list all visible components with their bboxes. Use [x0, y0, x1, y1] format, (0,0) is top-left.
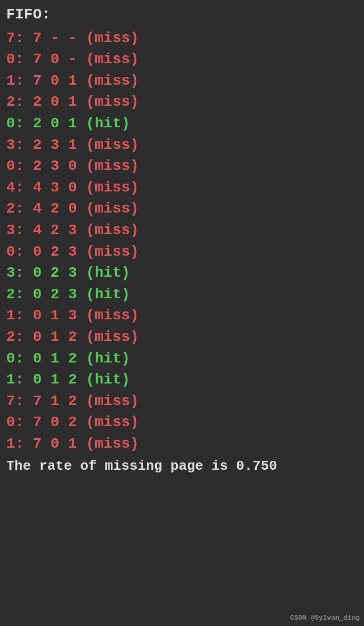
table-row: 0: 2 0 1 (hit): [6, 113, 358, 135]
table-row: 0: 0 2 3 (miss): [6, 241, 358, 263]
table-row: 0: 0 1 2 (hit): [6, 348, 358, 370]
entries-container: 7: 7 - - (miss)0: 7 0 - (miss)1: 7 0 1 (…: [6, 28, 358, 455]
table-row: 1: 7 0 1 (miss): [6, 433, 358, 455]
table-row: 7: 7 - - (miss): [6, 28, 358, 49]
table-row: 0: 7 0 - (miss): [6, 49, 358, 70]
title-text: FIFO:: [6, 6, 50, 23]
table-row: 0: 2 3 0 (miss): [6, 156, 358, 177]
table-row: 2: 2 0 1 (miss): [6, 92, 358, 113]
table-row: 3: 2 3 1 (miss): [6, 135, 358, 156]
table-row: 2: 0 2 3 (hit): [6, 284, 358, 306]
table-row: 1: 7 0 1 (miss): [6, 70, 358, 92]
table-row: 7: 7 1 2 (miss): [6, 391, 358, 412]
title-line: FIFO:: [6, 4, 358, 26]
footer-text: The rate of missing page is 0.750: [6, 458, 277, 474]
table-row: 0: 7 0 2 (miss): [6, 412, 358, 433]
footer-line: The rate of missing page is 0.750: [6, 457, 358, 477]
table-row: 1: 0 1 2 (hit): [6, 369, 358, 391]
table-row: 4: 4 3 0 (miss): [6, 177, 358, 199]
table-row: 3: 4 2 3 (miss): [6, 220, 358, 241]
table-row: 3: 0 2 3 (hit): [6, 262, 358, 284]
table-row: 2: 0 1 2 (miss): [6, 327, 358, 348]
table-row: 2: 4 2 0 (miss): [6, 198, 358, 220]
watermark: CSDN @Sylvan_ding: [290, 614, 360, 622]
table-row: 1: 0 1 3 (miss): [6, 305, 358, 327]
